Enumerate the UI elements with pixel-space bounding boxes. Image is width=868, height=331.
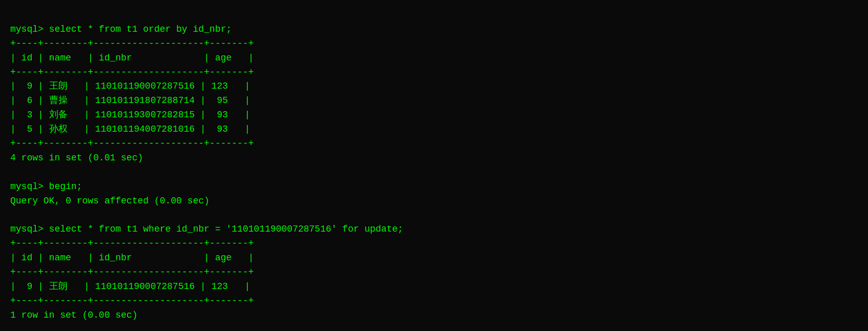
terminal-window: mysql> select * from t1 order by id_nbr;… bbox=[10, 8, 858, 331]
terminal-output: mysql> select * from t1 order by id_nbr;… bbox=[10, 24, 403, 331]
